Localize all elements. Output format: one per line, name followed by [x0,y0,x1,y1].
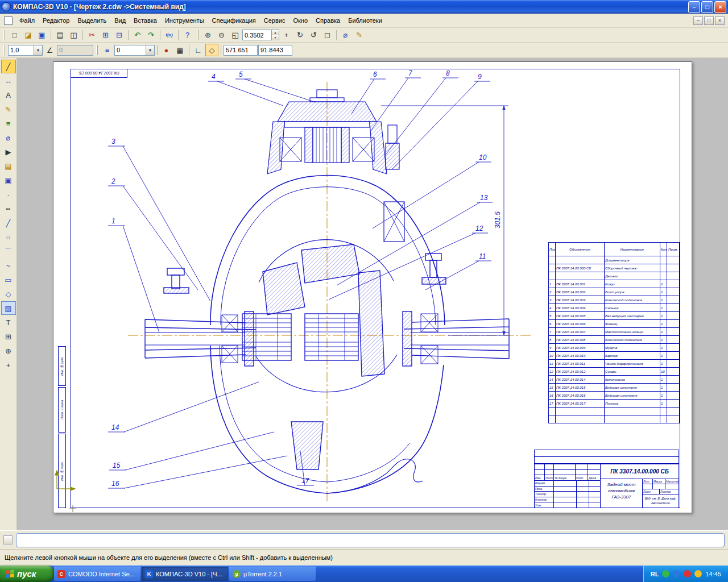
start-button[interactable]: пуск [0,566,53,582]
undo-button[interactable]: ↶ [131,29,144,41]
aux-field[interactable] [57,45,93,56]
circle-tool-button[interactable]: ○ [1,230,16,244]
tray-icon-blue[interactable] [673,570,680,577]
paste-button[interactable]: ⊟ [113,29,126,41]
dropdown-arrow-icon[interactable]: ▼ [146,45,155,56]
rotate-view-button[interactable]: ↻ [293,29,307,41]
coordinate-y-input[interactable] [258,45,292,56]
menu-item[interactable]: Окно [289,15,312,26]
refresh-view-button[interactable]: ↺ [307,29,320,41]
grid-button[interactable]: ▦ [173,44,187,56]
selection-tool-button[interactable]: ▶ [1,145,16,159]
dimensions-tool-button[interactable]: ↔ [1,74,16,88]
parametrization-tool-button[interactable]: ≡ [1,117,16,130]
restore-button[interactable]: □ [701,1,713,13]
child-restore-button[interactable]: □ [704,16,714,25]
tray-icon-green[interactable] [662,570,669,577]
snap-button[interactable]: ◇ [205,44,218,56]
edit-button[interactable]: ✎ [353,29,366,41]
measure-tool-button[interactable]: ⌀ [1,131,16,144]
segment-tool-button[interactable]: ╱ [1,216,16,230]
property-bar-field[interactable] [16,533,725,547]
arc-tool-button[interactable]: ⌒ [1,244,16,258]
text-tool-button[interactable]: T [1,315,16,329]
svg-text:13: 13 [480,194,488,202]
ortho-button[interactable]: ∟ [192,44,205,56]
selection-icon: ▶ [6,148,11,156]
geometry-tool-button[interactable]: ╱ [1,60,16,73]
aux-line-tool-button[interactable]: ╍ [1,202,16,215]
annotations-tool-button[interactable]: A [1,88,16,102]
color-button[interactable]: ● [160,44,173,56]
callout-4: 4 [208,73,283,106]
technical-drawing[interactable]: 301.5 1 2 3 4 5 6 7 8 9 10 13 12 11 14 [17,58,728,530]
zoom-out-button[interactable]: ⊖ [215,29,228,41]
polygon-tool-button[interactable]: ◇ [1,287,16,301]
taskbar-button-comodo[interactable]: C COMODO Internet Se... [54,567,140,581]
pan-tool-button[interactable]: + [1,358,16,372]
hatch-tool-button[interactable]: ▨ [1,301,16,315]
zoom-spinner[interactable]: ▲▼ [272,30,279,40]
dimension-value: 301.5 [494,211,502,228]
redo-button[interactable]: ↷ [144,29,158,41]
menu-item[interactable]: Справка [312,15,344,26]
menu-item[interactable]: Сервис [260,15,289,26]
language-indicator[interactable]: RL [651,571,659,577]
cut-button[interactable]: ✂ [85,29,98,41]
toolbar-grip[interactable] [3,30,5,40]
table-tool-button[interactable]: ⊞ [1,330,16,343]
copy-button[interactable]: ⊞ [99,29,112,41]
print-button[interactable]: ▤ [53,29,67,41]
menu-item[interactable]: Библиотеки [344,15,386,26]
cursor-step-input[interactable] [8,45,34,56]
tray-icon-red[interactable] [684,570,691,577]
drawing-canvas[interactable]: ПК 3307.14.00.000 СБ Инв. № дубл. Подп. … [17,58,728,530]
layer-input[interactable] [114,45,146,56]
variables-button[interactable]: f(x) [163,29,176,41]
local-cs-button[interactable]: ∠ [43,44,56,56]
zoom-window-button[interactable]: ◱ [229,29,242,41]
reports-tool-button[interactable]: ▣ [1,173,16,187]
menu-item[interactable]: Редактор [39,15,73,26]
layers-button[interactable]: ≡ [101,44,114,56]
taskbar-button-kompas[interactable]: K КОМПАС-3D V10 - [Ч... [142,567,228,581]
property-bar-tab[interactable] [3,535,13,544]
pan-button[interactable]: + [280,29,293,41]
specification-tool-button[interactable]: ▤ [1,159,16,173]
utorrent-icon: µ [233,570,241,578]
toolbar-grip[interactable] [3,45,5,55]
coordinate-x-input[interactable] [224,45,258,56]
editing-tool-button[interactable]: ✎ [1,102,16,116]
minimize-button[interactable]: – [688,1,700,13]
point-tool-button[interactable]: · [1,188,16,201]
menu-item[interactable]: Инструменты [161,15,208,26]
clock[interactable]: 14:45 [705,571,721,577]
menu-item[interactable]: Спецификация [208,15,260,26]
gear-set[interactable] [242,244,384,376]
tray-icon-yellow[interactable] [694,570,702,577]
menu-item[interactable]: Вставка [130,15,161,26]
close-button[interactable]: × [714,1,726,13]
menu-item[interactable]: Выделить [73,15,110,26]
spline-tool-button[interactable]: ~ [1,259,16,272]
print-preview-button[interactable]: ◫ [67,29,80,41]
toolbar-grip[interactable] [96,45,98,55]
context-help-button[interactable]: ? [181,29,194,41]
taskbar-button-utorrent[interactable]: µ µTorrent 2.2.1 [229,567,316,581]
zoom-in-tool-button[interactable]: ⊕ [1,344,16,357]
zoom-in-button[interactable]: ⊕ [201,29,214,41]
show-all-button[interactable]: ◻ [321,29,334,41]
rectangle-tool-button[interactable]: ▭ [1,273,16,286]
toolbar-grip[interactable] [197,30,198,40]
zoom-value-input[interactable] [242,30,272,40]
child-minimize-button[interactable]: – [693,16,703,25]
open-document-button[interactable]: ◪ [22,29,35,41]
measure-button[interactable]: ⌀ [339,29,352,41]
menu-item[interactable]: Вид [110,15,130,26]
menu-item[interactable]: Файл [15,15,39,26]
new-document-button[interactable]: □ [8,29,21,41]
dimension[interactable]: 301.5 [381,106,508,335]
save-button[interactable]: ▣ [35,29,48,41]
dropdown-arrow-icon[interactable]: ▼ [34,45,43,56]
child-close-button[interactable]: × [715,16,725,25]
